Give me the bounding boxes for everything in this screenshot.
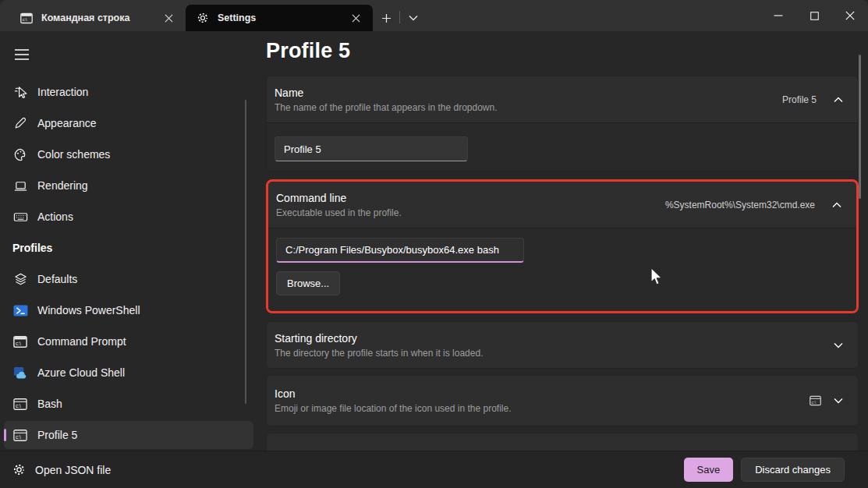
open-json-file-button[interactable]: Open JSON file bbox=[12, 463, 111, 476]
new-tab-button[interactable] bbox=[373, 5, 399, 31]
tab-title: Settings bbox=[218, 12, 339, 23]
sidebar-item-label: Profile 5 bbox=[37, 429, 77, 441]
sidebar-item-label: Actions bbox=[37, 210, 73, 223]
chevron-up-icon bbox=[832, 202, 841, 208]
sidebar-scrollbar[interactable] bbox=[245, 100, 246, 404]
setting-description: Executable used in the profile. bbox=[276, 207, 402, 218]
command-line-section-header[interactable]: Command line Executable used in the prof… bbox=[268, 182, 856, 228]
profile-name-input[interactable] bbox=[275, 136, 468, 161]
icon-section-header[interactable]: Icon Emoji or image file location of the… bbox=[267, 376, 858, 426]
name-section-header[interactable]: Name The name of the profile that appear… bbox=[267, 76, 858, 122]
settings-sidebar: Interaction Appearance Color schemes Ren… bbox=[0, 31, 257, 451]
close-window-button[interactable] bbox=[832, 0, 868, 31]
setting-description: The name of the profile that appears in … bbox=[275, 102, 498, 113]
sidebar-item-label: Bash bbox=[37, 398, 62, 410]
chevron-down-icon bbox=[409, 15, 418, 21]
sidebar-item-label: Appearance bbox=[37, 117, 97, 129]
selected-accent-bar bbox=[4, 429, 6, 441]
setting-preview-value: Profile 5 bbox=[782, 94, 817, 105]
sidebar-item-actions[interactable]: Actions bbox=[0, 201, 257, 232]
rendering-icon bbox=[12, 178, 28, 193]
setting-title: Icon bbox=[275, 387, 512, 400]
open-json-file-label: Open JSON file bbox=[35, 464, 111, 476]
azure-cloud-icon bbox=[12, 365, 28, 380]
svg-text:c:\: c:\ bbox=[16, 402, 21, 408]
sidebar-item-bash[interactable]: c:\ Bash bbox=[0, 388, 257, 419]
setting-description: Emoji or image file location of the icon… bbox=[275, 403, 512, 414]
command-line-section-body: Browse... bbox=[268, 228, 856, 311]
cmd-icon: c:\ bbox=[810, 395, 821, 406]
close-icon[interactable] bbox=[159, 9, 178, 27]
sidebar-item-windows-powershell[interactable]: Windows PowerShell bbox=[0, 295, 257, 326]
svg-text:c:\: c:\ bbox=[16, 340, 21, 345]
icon-section: Icon Emoji or image file location of the… bbox=[266, 375, 859, 426]
chevron-down-icon bbox=[834, 342, 843, 348]
sidebar-item-rendering[interactable]: Rendering bbox=[0, 170, 257, 201]
tab-title-section: Tab title bbox=[266, 433, 859, 451]
settings-main-panel: Profile 5 Name The name of the profile t… bbox=[257, 31, 868, 451]
sidebar-item-defaults[interactable]: Defaults bbox=[0, 263, 257, 295]
cmd-icon: c:\ bbox=[12, 427, 28, 443]
window-controls bbox=[760, 0, 868, 31]
close-icon[interactable] bbox=[346, 9, 365, 27]
tab-title-section-header[interactable]: Tab title bbox=[267, 433, 858, 451]
actions-icon bbox=[12, 209, 28, 225]
interaction-icon bbox=[12, 84, 28, 100]
sidebar-item-label: Defaults bbox=[37, 273, 77, 285]
palette-icon bbox=[12, 147, 28, 162]
hamburger-menu-button[interactable] bbox=[11, 44, 33, 65]
tab-strip: c:\ Командная строка Settings bbox=[0, 5, 427, 31]
svg-text:c:\: c:\ bbox=[16, 433, 21, 439]
tab-settings[interactable]: Settings bbox=[186, 5, 373, 31]
powershell-icon bbox=[12, 302, 28, 318]
starting-directory-section: Starting directory The directory the pro… bbox=[266, 321, 859, 369]
sidebar-item-label: Azure Cloud Shell bbox=[37, 366, 125, 379]
sidebar-item-color-schemes[interactable]: Color schemes bbox=[0, 139, 257, 170]
sidebar-item-profile-5[interactable]: c:\ Profile 5 bbox=[4, 421, 253, 449]
setting-title: Name bbox=[275, 87, 498, 99]
setting-preview-value: %SystemRoot%\System32\cmd.exe bbox=[665, 200, 815, 210]
sidebar-item-label: Rendering bbox=[37, 179, 88, 192]
command-line-section: Command line Executable used in the prof… bbox=[266, 179, 859, 313]
gear-icon bbox=[195, 10, 211, 26]
layers-icon bbox=[12, 271, 28, 287]
tab-dropdown-button[interactable] bbox=[400, 5, 427, 31]
sidebar-item-azure-cloud-shell[interactable]: Azure Cloud Shell bbox=[0, 357, 257, 388]
sidebar-item-label: Color schemes bbox=[37, 148, 110, 161]
setting-description: The directory the profile starts in when… bbox=[275, 348, 483, 359]
sidebar-item-command-prompt[interactable]: c:\ Command Prompt bbox=[0, 326, 257, 357]
footer-bar: Open JSON file Save Discard changes bbox=[0, 451, 868, 488]
content-scrollbar[interactable] bbox=[859, 55, 861, 199]
sidebar-item-interaction[interactable]: Interaction bbox=[0, 76, 257, 108]
name-section: Name The name of the profile that appear… bbox=[266, 76, 859, 172]
plus-icon bbox=[381, 13, 391, 23]
sidebar-item-label: Interaction bbox=[37, 86, 88, 98]
name-section-body bbox=[267, 122, 858, 171]
sidebar-item-label: Windows PowerShell bbox=[37, 304, 140, 316]
profiles-section-header: Profiles bbox=[0, 232, 257, 263]
sidebar-item-label: Command Prompt bbox=[37, 335, 126, 348]
save-button[interactable]: Save bbox=[684, 458, 734, 482]
svg-text:c:\: c:\ bbox=[23, 17, 27, 22]
sidebar-item-appearance[interactable]: Appearance bbox=[0, 108, 257, 139]
chevron-down-icon bbox=[834, 398, 843, 404]
svg-text:c:\: c:\ bbox=[812, 400, 817, 405]
settings-window: Interaction Appearance Color schemes Ren… bbox=[0, 31, 868, 451]
setting-title: Command line bbox=[276, 192, 402, 204]
appearance-icon bbox=[12, 115, 28, 131]
page-title: Profile 5 bbox=[266, 39, 868, 63]
tab-command-prompt[interactable]: c:\ Командная строка bbox=[9, 5, 186, 31]
command-line-input[interactable] bbox=[276, 238, 524, 263]
browse-button[interactable]: Browse... bbox=[276, 271, 340, 295]
minimize-button[interactable] bbox=[760, 0, 796, 31]
starting-directory-section-header[interactable]: Starting directory The directory the pro… bbox=[267, 322, 858, 368]
setting-title: Starting directory bbox=[275, 332, 483, 345]
gear-icon bbox=[12, 463, 26, 476]
cmd-icon: c:\ bbox=[12, 334, 28, 349]
chevron-up-icon bbox=[834, 97, 843, 103]
maximize-button[interactable] bbox=[796, 0, 832, 31]
tab-title: Командная строка bbox=[41, 12, 152, 23]
titlebar: c:\ Командная строка Settings bbox=[0, 0, 868, 31]
discard-changes-button[interactable]: Discard changes bbox=[741, 458, 845, 482]
cmd-icon: c:\ bbox=[19, 10, 34, 26]
